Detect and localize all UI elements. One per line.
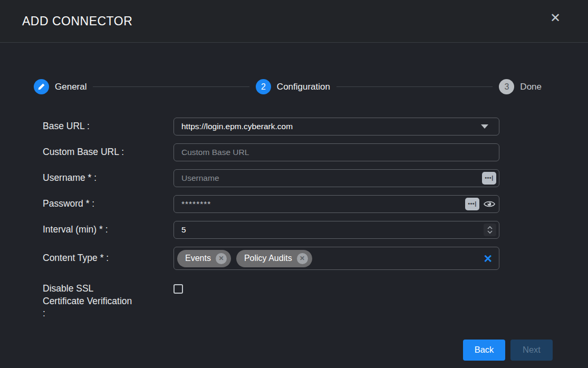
pencil-icon — [34, 79, 49, 94]
chip-events: Events ✕ — [177, 250, 231, 267]
content-type-multiselect[interactable]: Events ✕ Policy Audits ✕ ✕ — [173, 247, 499, 270]
remove-chip-icon[interactable]: ✕ — [297, 253, 308, 264]
base-url-label: Base URL : — [0, 120, 173, 133]
password-input[interactable] — [173, 195, 499, 213]
chip-events-label: Events — [185, 254, 211, 263]
interval-input[interactable] — [173, 221, 499, 239]
step-done: 3 Done — [499, 79, 542, 94]
step-general[interactable]: General — [34, 79, 86, 94]
base-url-select[interactable]: https://login.epm.cyberark.com — [173, 118, 499, 135]
username-input[interactable] — [173, 169, 499, 187]
show-password-eye-icon[interactable] — [484, 199, 495, 209]
credential-picker-icon[interactable]: •••| — [482, 172, 496, 185]
step-connector-line — [336, 86, 493, 87]
disable-ssl-label: Disable SSL Certificate Verification : — [0, 283, 173, 320]
dialog-footer: Back Next — [0, 340, 553, 361]
close-icon[interactable]: ✕ — [550, 12, 561, 24]
content-type-row: Content Type * : Events ✕ Policy Audits … — [0, 247, 588, 270]
step-general-label: General — [55, 82, 86, 92]
chip-policy-audits: Policy Audits ✕ — [236, 250, 312, 267]
disable-ssl-checkbox[interactable] — [173, 284, 183, 294]
number-stepper-icon[interactable] — [484, 224, 496, 236]
remove-chip-icon[interactable]: ✕ — [216, 253, 227, 264]
base-url-row: Base URL : https://login.epm.cyberark.co… — [0, 118, 588, 135]
back-button[interactable]: Back — [463, 340, 505, 361]
next-button[interactable]: Next — [510, 340, 553, 361]
interval-label: Interval (min) * : — [0, 224, 173, 236]
step-done-label: Done — [520, 82, 542, 92]
configuration-form: Base URL : https://login.epm.cyberark.co… — [0, 118, 588, 328]
step-connector-line — [93, 86, 249, 87]
clear-all-icon[interactable]: ✕ — [483, 253, 493, 264]
username-row: Username * : •••| — [0, 169, 588, 187]
step-3-badge: 3 — [499, 79, 514, 94]
chevron-down-icon — [481, 124, 488, 129]
interval-row: Interval (min) * : — [0, 221, 588, 239]
step-configuration-label: Configuration — [277, 82, 330, 92]
dialog-header: ADD CONNECTOR ✕ — [0, 0, 588, 43]
custom-base-url-row: Custom Base URL : — [0, 143, 588, 161]
username-label: Username * : — [0, 172, 173, 185]
dialog-title: ADD CONNECTOR — [22, 14, 132, 28]
step-2-badge: 2 — [256, 79, 271, 94]
custom-base-url-input[interactable] — [173, 143, 499, 161]
add-connector-dialog: ADD CONNECTOR ✕ General 2 Configuration … — [0, 0, 588, 368]
step-configuration[interactable]: 2 Configuration — [256, 79, 330, 94]
custom-base-url-label: Custom Base URL : — [0, 146, 173, 159]
password-label: Password * : — [0, 198, 173, 210]
credential-picker-icon[interactable]: •••| — [465, 198, 479, 210]
content-type-label: Content Type * : — [0, 252, 173, 265]
password-row: Password * : •••| — [0, 195, 588, 213]
disable-ssl-row: Disable SSL Certificate Verification : — [0, 283, 588, 320]
base-url-value: https://login.epm.cyberark.com — [181, 122, 293, 131]
chip-policy-audits-label: Policy Audits — [244, 254, 292, 263]
wizard-stepper: General 2 Configuration 3 Done — [34, 79, 542, 94]
